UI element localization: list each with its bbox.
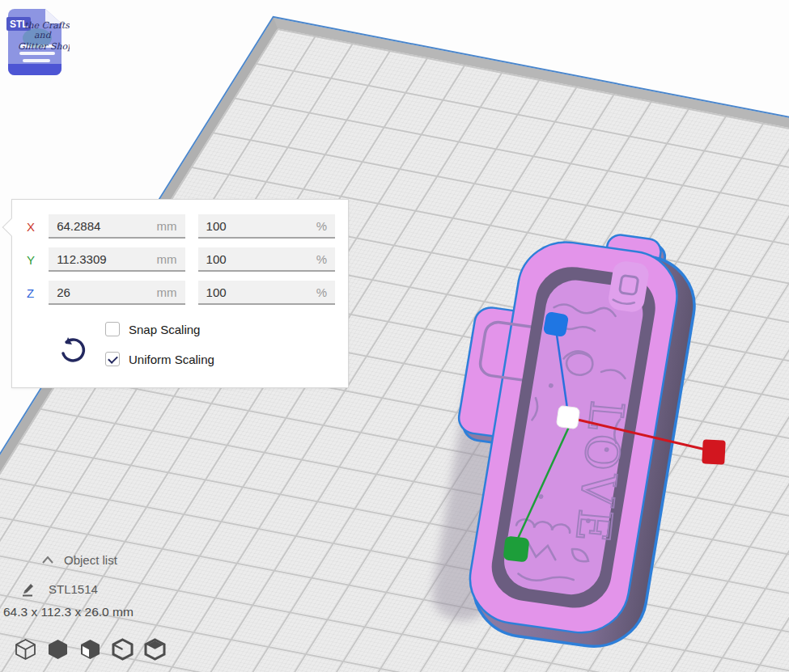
snap-scaling-checkbox[interactable] xyxy=(105,322,120,336)
x-size-input[interactable]: 64.2884 mm xyxy=(49,214,185,239)
y-percent-unit: % xyxy=(316,252,327,266)
x-size-unit: mm xyxy=(157,219,177,233)
multiply-object-toolbar xyxy=(14,638,167,661)
uniform-scaling-checkbox[interactable] xyxy=(105,352,120,366)
object-list-title: Object list xyxy=(64,553,117,567)
z-scale-handle[interactable] xyxy=(543,311,569,337)
y-percent-value: 100 xyxy=(206,252,227,266)
z-percent-input[interactable]: 100 % xyxy=(198,281,335,305)
snap-scaling-label: Snap Scaling xyxy=(129,323,200,336)
stl-file-badge: STL the Crafts and Glitter Shop xyxy=(6,4,70,77)
x-size-value: 64.2884 xyxy=(57,219,100,233)
uniform-scale-handle[interactable] xyxy=(556,405,579,429)
svg-text:and: and xyxy=(34,30,52,40)
cube-top-filled-icon[interactable] xyxy=(143,638,167,661)
x-axis-row: X 64.2884 mm 100 % xyxy=(27,214,335,239)
x-percent-value: 100 xyxy=(206,219,227,233)
scale-tool-panel: X 64.2884 mm 100 % Y 112.3309 mm 100 % Z xyxy=(11,199,349,388)
rename-pencil-icon xyxy=(21,581,36,597)
y-axis-row: Y 112.3309 mm 100 % xyxy=(27,247,335,272)
y-size-value: 112.3309 xyxy=(57,252,106,266)
z-axis-label: Z xyxy=(27,286,39,300)
z-size-value: 26 xyxy=(57,285,70,299)
z-size-input[interactable]: 26 mm xyxy=(49,281,185,305)
y-percent-input[interactable]: 100 % xyxy=(198,247,335,272)
y-size-unit: mm xyxy=(157,252,177,266)
chevron-up-icon xyxy=(42,556,53,564)
x-scale-handle[interactable] xyxy=(702,439,726,464)
cube-solid-icon[interactable] xyxy=(46,638,70,661)
reset-scale-button[interactable] xyxy=(57,336,87,365)
y-size-input[interactable]: 112.3309 mm xyxy=(49,247,185,272)
object-list-item[interactable]: STL1514 xyxy=(21,581,98,597)
y-scale-handle[interactable] xyxy=(503,536,530,563)
x-percent-input[interactable]: 100 % xyxy=(198,214,335,239)
z-percent-value: 100 xyxy=(206,285,227,299)
x-percent-unit: % xyxy=(316,219,327,233)
reset-arrow-icon xyxy=(57,336,87,365)
svg-text:Glitter Shop: Glitter Shop xyxy=(18,41,70,52)
z-size-unit: mm xyxy=(157,285,177,299)
z-axis-row: Z 26 mm 100 % xyxy=(27,281,335,305)
snap-scaling-row: Snap Scaling xyxy=(105,322,200,336)
uniform-scaling-label: Uniform Scaling xyxy=(129,353,214,366)
x-axis-label: X xyxy=(27,220,39,234)
cube-front-hollow-icon[interactable] xyxy=(78,638,102,661)
object-dimensions: 64.3 x 112.3 x 26.0 mm xyxy=(3,605,134,619)
z-percent-unit: % xyxy=(316,285,327,299)
object-item-name: STL1514 xyxy=(49,582,98,596)
cube-outline-icon[interactable] xyxy=(111,638,134,661)
cube-wireframe-icon[interactable] xyxy=(14,638,37,661)
y-axis-label: Y xyxy=(27,253,39,267)
uniform-scaling-row: Uniform Scaling xyxy=(105,352,214,366)
object-list-toggle[interactable]: Object list xyxy=(42,553,117,567)
